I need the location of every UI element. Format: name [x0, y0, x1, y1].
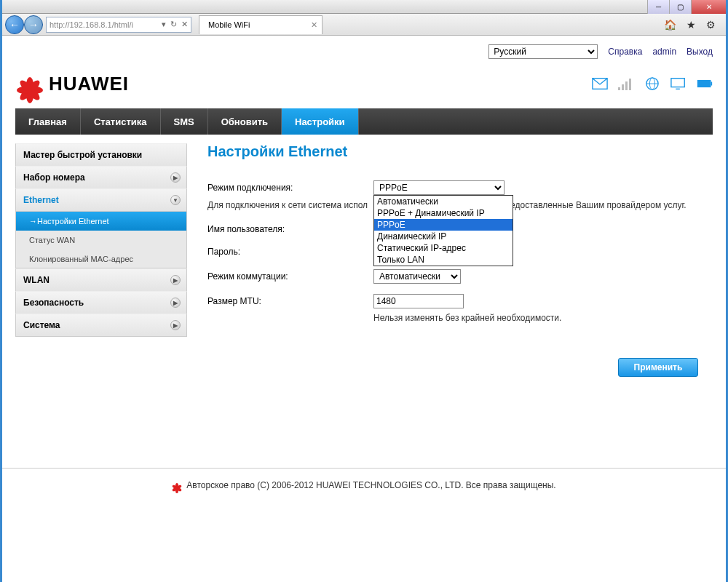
tab-close-icon[interactable]: ✕ [311, 20, 317, 30]
chevron-right-icon: ▶ [170, 275, 181, 285]
huawei-flower-icon [172, 480, 182, 490]
mail-icon[interactable] [592, 77, 608, 90]
globe-icon[interactable] [644, 77, 660, 90]
nav-settings[interactable]: Настройки [282, 108, 359, 135]
svg-rect-1 [618, 87, 620, 90]
sidebar-sub-ethernet-settings[interactable]: →Настройки Ethernet [15, 212, 187, 231]
chevron-right-icon: ▶ [170, 172, 181, 183]
window-close-button[interactable]: ✕ [691, 0, 726, 14]
footer: Авторское право (C) 2006-2012 HUAWEI TEC… [2, 468, 726, 502]
sidebar-item-label: WLAN [23, 275, 50, 285]
sidebar-item-wizard[interactable]: Мастер быстрой установки [15, 143, 187, 167]
nav-home[interactable]: Главная [15, 108, 81, 135]
browser-toolbar: ← → http://192.168.8.1/html/i ▾ ↻ ✕ Mobi… [2, 14, 726, 36]
nav-update[interactable]: Обновить [208, 108, 282, 135]
sidebar-item-dialup[interactable]: Набор номера ▶ [15, 166, 187, 189]
tab-title: Mobile WiFi [208, 20, 250, 29]
sidebar-item-label: Набор номера [23, 172, 85, 183]
connection-mode-dropdown: Автоматически PPPoE + Динамический IP PP… [373, 195, 513, 266]
mtu-note: Нельзя изменять без крайней необходимост… [373, 313, 705, 323]
chevron-down-icon: ▼ [170, 195, 181, 205]
content-area: Настройки Ethernet Режим подключения: PP… [207, 143, 713, 377]
window-maximize-button[interactable]: ▢ [669, 0, 691, 14]
signal-icon [618, 77, 634, 90]
huawei-flower-icon [15, 69, 44, 98]
switching-label: Режим коммутации: [207, 269, 373, 282]
monitor-icon[interactable] [670, 77, 687, 90]
dropdown-option[interactable]: Статический IP-адрес [374, 242, 513, 254]
connection-mode-label: Режим подключения: [207, 180, 373, 193]
switching-select[interactable]: Автоматически [373, 269, 461, 284]
dropdown-option[interactable]: PPPoE + Динамический IP [374, 207, 513, 219]
sidebar-item-label: →Настройки Ethernet [29, 217, 109, 226]
apply-button[interactable]: Применить [618, 358, 698, 377]
status-icons [592, 77, 713, 90]
sidebar-item-label: Ethernet [23, 195, 59, 205]
chevron-right-icon: ▶ [170, 320, 181, 330]
svg-rect-10 [697, 80, 711, 87]
url-text: http://192.168.8.1/html/i [50, 20, 162, 29]
battery-icon [697, 77, 713, 90]
password-label: Пароль: [207, 244, 373, 257]
stop-icon[interactable]: ✕ [181, 20, 188, 29]
sidebar-item-label: Мастер быстрой установки [23, 150, 142, 160]
home-icon[interactable]: 🏠 [664, 19, 676, 31]
brand-logo: HUAWEI [15, 69, 129, 98]
language-select[interactable]: Русский [488, 44, 598, 59]
brand-text: HUAWEI [49, 73, 129, 95]
svg-rect-11 [711, 81, 712, 85]
chevron-right-icon: ▶ [170, 298, 181, 308]
mtu-field[interactable] [373, 294, 464, 308]
sidebar-item-security[interactable]: Безопасность ▶ [15, 291, 187, 314]
sidebar-item-system[interactable]: Система ▶ [15, 314, 187, 337]
main-nav: Главная Статистика SMS Обновить Настройк… [15, 108, 713, 135]
sidebar-item-label: Статус WAN [29, 236, 75, 244]
sidebar-item-ethernet[interactable]: Ethernet ▼ [15, 188, 187, 212]
connection-mode-select[interactable]: PPPoE [373, 180, 505, 195]
logout-link[interactable]: Выход [687, 47, 713, 57]
sidebar-item-label: Клонированный MAC-адрес [29, 255, 133, 263]
dropdown-icon[interactable]: ▾ [162, 20, 166, 29]
browser-tab[interactable]: Mobile WiFi ✕ [199, 15, 323, 34]
dropdown-option[interactable]: PPPoE [374, 219, 513, 231]
dropdown-option[interactable]: Автоматически [374, 196, 513, 207]
svg-rect-3 [625, 81, 628, 90]
svg-rect-4 [629, 79, 631, 90]
dropdown-option[interactable]: Динамический IP [374, 231, 513, 242]
dropdown-option[interactable]: Только LAN [374, 254, 513, 266]
sidebar-item-label: Безопасность [23, 298, 84, 308]
sidebar: Мастер быстрой установки Набор номера ▶ … [15, 143, 187, 377]
sidebar-item-wlan[interactable]: WLAN ▶ [15, 268, 187, 292]
tools-icon[interactable]: ⚙ [706, 19, 716, 31]
forward-button[interactable]: → [24, 15, 43, 34]
sidebar-item-label: Система [23, 320, 60, 330]
address-bar[interactable]: http://192.168.8.1/html/i ▾ ↻ ✕ [46, 17, 191, 33]
sidebar-sub-mac-clone[interactable]: Клонированный MAC-адрес [15, 250, 187, 268]
svg-rect-8 [671, 79, 684, 87]
sidebar-sub-wan-status[interactable]: Статус WAN [15, 231, 187, 250]
username-label: Имя пользователя: [207, 222, 373, 234]
copyright-text: Авторское право (C) 2006-2012 HUAWEI TEC… [186, 480, 555, 490]
mtu-label: Размер MTU: [207, 294, 373, 306]
user-link[interactable]: admin [652, 47, 676, 57]
top-links-bar: Русский Справка admin Выход [15, 41, 713, 65]
favorites-icon[interactable]: ★ [687, 19, 696, 31]
page-title: Настройки Ethernet [207, 143, 705, 160]
nav-sms[interactable]: SMS [161, 108, 208, 135]
window-titlebar: ─ ▢ ✕ [2, 0, 726, 14]
refresh-icon[interactable]: ↻ [170, 20, 177, 29]
svg-rect-2 [622, 84, 624, 90]
help-link[interactable]: Справка [608, 47, 642, 57]
window-minimize-button[interactable]: ─ [647, 0, 669, 14]
nav-statistics[interactable]: Статистика [81, 108, 161, 135]
back-button[interactable]: ← [5, 15, 24, 34]
